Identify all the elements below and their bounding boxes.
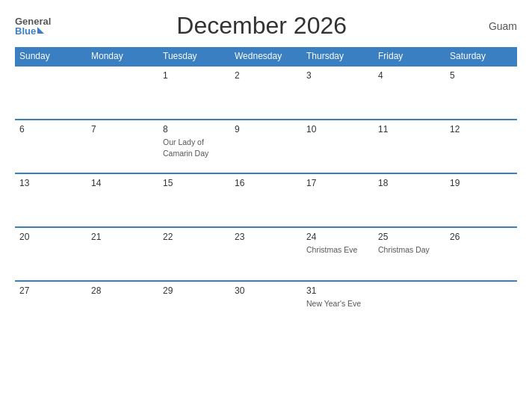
calendar-week-3: 13141516171819	[15, 173, 517, 227]
table-row: 28	[87, 281, 158, 335]
day-number: 13	[19, 178, 82, 188]
day-number: 7	[91, 124, 154, 135]
calendar-page: General Blue December 2026 Guam Sunday M…	[0, 0, 532, 411]
table-row: 5	[445, 66, 517, 120]
day-number: 6	[19, 124, 82, 135]
day-number: 18	[378, 178, 441, 188]
day-number: 30	[235, 285, 297, 296]
table-row	[87, 66, 158, 120]
day-number: 9	[235, 124, 297, 135]
table-row: 9	[230, 120, 302, 173]
table-row: 1	[158, 66, 230, 120]
calendar-title: December 2026	[51, 12, 472, 40]
table-row	[15, 66, 87, 120]
calendar-week-4: 2021222324Christmas Eve25Christmas Day26	[15, 227, 517, 281]
day-number: 5	[450, 70, 513, 81]
table-row: 30	[230, 281, 302, 335]
day-number: 22	[163, 232, 226, 242]
logo-blue-text: Blue	[15, 26, 44, 36]
day-number: 8	[163, 124, 226, 135]
day-number: 16	[235, 178, 297, 188]
logo-general-text: General	[15, 16, 51, 26]
event-label: Christmas Eve	[306, 245, 357, 254]
day-number: 21	[91, 232, 154, 242]
table-row: 21	[87, 227, 158, 281]
day-number: 29	[163, 285, 226, 296]
col-tuesday: Tuesday	[158, 47, 230, 66]
table-row: 20	[15, 227, 87, 281]
day-number: 31	[306, 285, 369, 296]
table-row: 15	[158, 173, 230, 227]
table-row: 4	[374, 66, 445, 120]
logo-triangle-icon	[37, 27, 44, 34]
calendar-week-1: 12345	[15, 66, 517, 120]
table-row: 24Christmas Eve	[302, 227, 374, 281]
table-row: 6	[15, 120, 87, 173]
day-number: 4	[378, 70, 441, 81]
table-row: 25Christmas Day	[374, 227, 445, 281]
col-friday: Friday	[374, 47, 445, 66]
day-number: 2	[235, 70, 297, 81]
table-row: 8Our Lady of Camarin Day	[158, 120, 230, 173]
calendar-header-row: Sunday Monday Tuesday Wednesday Thursday…	[15, 47, 517, 66]
calendar-week-2: 678Our Lady of Camarin Day9101112	[15, 120, 517, 173]
day-number: 28	[91, 285, 154, 296]
table-row: 7	[87, 120, 158, 173]
col-thursday: Thursday	[302, 47, 374, 66]
table-row: 29	[158, 281, 230, 335]
day-number: 20	[19, 232, 82, 242]
day-number: 14	[91, 178, 154, 188]
table-row: 31New Year's Eve	[302, 281, 374, 335]
day-number: 11	[378, 124, 441, 135]
table-row: 12	[445, 120, 517, 173]
table-row: 19	[445, 173, 517, 227]
table-row: 10	[302, 120, 374, 173]
table-row	[374, 281, 445, 335]
day-number: 23	[235, 232, 297, 242]
table-row: 11	[374, 120, 445, 173]
table-row: 23	[230, 227, 302, 281]
day-number: 27	[19, 285, 82, 296]
day-number: 25	[378, 232, 441, 242]
calendar-table: Sunday Monday Tuesday Wednesday Thursday…	[15, 47, 517, 335]
day-number: 12	[450, 124, 513, 135]
table-row: 18	[374, 173, 445, 227]
table-row: 3	[302, 66, 374, 120]
col-monday: Monday	[87, 47, 158, 66]
table-row: 17	[302, 173, 374, 227]
col-wednesday: Wednesday	[230, 47, 302, 66]
table-row	[445, 281, 517, 335]
table-row: 27	[15, 281, 87, 335]
day-number: 19	[450, 178, 513, 188]
col-saturday: Saturday	[445, 47, 517, 66]
day-number: 17	[306, 178, 369, 188]
table-row: 2	[230, 66, 302, 120]
day-number: 10	[306, 124, 369, 135]
calendar-week-5: 2728293031New Year's Eve	[15, 281, 517, 335]
col-sunday: Sunday	[15, 47, 87, 66]
header: General Blue December 2026 Guam	[15, 12, 517, 40]
day-number: 3	[306, 70, 369, 81]
day-number: 15	[163, 178, 226, 188]
event-label: Our Lady of Camarin Day	[163, 137, 208, 158]
day-number: 1	[163, 70, 226, 81]
day-number: 24	[306, 232, 369, 242]
table-row: 14	[87, 173, 158, 227]
event-label: New Year's Eve	[306, 299, 361, 308]
table-row: 26	[445, 227, 517, 281]
table-row: 22	[158, 227, 230, 281]
day-number: 26	[450, 232, 513, 242]
event-label: Christmas Day	[378, 245, 430, 254]
logo: General Blue	[15, 16, 51, 36]
table-row: 13	[15, 173, 87, 227]
table-row: 16	[230, 173, 302, 227]
region-label: Guam	[472, 20, 517, 32]
